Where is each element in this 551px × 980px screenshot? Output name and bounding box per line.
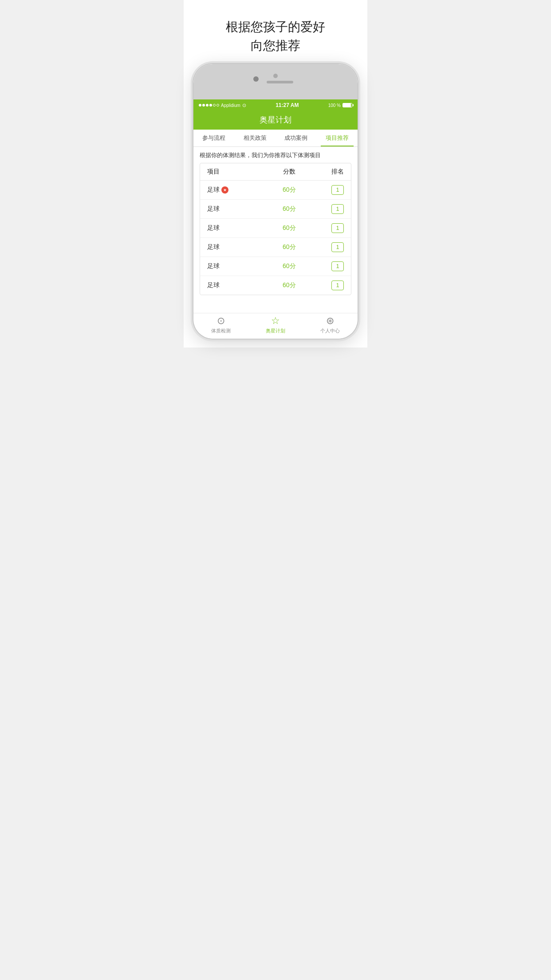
row-name-5: 足球 — [207, 281, 262, 289]
rank-badge-3: 1 — [331, 242, 344, 252]
tab-recommend[interactable]: 项目推荐 — [317, 130, 358, 146]
star-badge-0: ★ — [221, 186, 228, 194]
tab-policy[interactable]: 相关政策 — [235, 130, 276, 146]
dot1 — [199, 104, 201, 107]
tab-row: 参与流程 相关政策 成功案例 项目推荐 — [193, 130, 358, 147]
nav-bar: 奥星计划 — [193, 111, 358, 130]
status-right: 100 % — [328, 103, 352, 108]
phone-screen: Applidium ⊙ 11:27 AM 100 % 奥星计划 参与流程 相关政… — [193, 99, 358, 339]
status-left: Applidium ⊙ — [199, 103, 246, 108]
nav-title: 奥星计划 — [260, 115, 291, 124]
rank-badge-4: 1 — [331, 261, 344, 271]
table-row[interactable]: 足球 60分 1 — [200, 276, 351, 295]
battery-fill — [343, 103, 351, 107]
headline-line1: 根据您孩子的爱好 — [226, 18, 325, 36]
bottom-nav-item-profile[interactable]: ⊛ 个人中心 — [303, 316, 358, 334]
table-row[interactable]: 足球 60分 1 — [200, 219, 351, 238]
speaker — [267, 81, 293, 83]
row-name-2: 足球 — [207, 224, 262, 232]
dot4 — [209, 104, 212, 107]
row-rank-0: 1 — [316, 185, 344, 195]
camera-dot — [273, 74, 278, 78]
content-area: 根据你的体测结果，我们为你推荐以下体测项目 项目 分数 排名 足球 ★ — [193, 147, 358, 300]
intro-text: 根据你的体测结果，我们为你推荐以下体测项目 — [200, 151, 351, 159]
row-name-0: 足球 ★ — [207, 186, 262, 194]
row-score-0: 60分 — [262, 186, 316, 194]
rank-badge-2: 1 — [331, 223, 344, 233]
row-score-3: 60分 — [262, 243, 316, 251]
battery-pct: 100 % — [328, 103, 341, 108]
rank-badge-0: 1 — [331, 185, 344, 195]
wifi-icon: ⊙ — [242, 103, 246, 108]
row-rank-1: 1 — [316, 204, 344, 214]
tab-participation[interactable]: 参与流程 — [193, 130, 235, 146]
rank-badge-5: 1 — [331, 281, 344, 290]
carrier-label: Applidium — [221, 103, 240, 108]
search-icon: ⊙ — [217, 316, 225, 326]
row-score-4: 60分 — [262, 262, 316, 270]
row-rank-2: 1 — [316, 223, 344, 233]
phone-frame: Applidium ⊙ 11:27 AM 100 % 奥星计划 参与流程 相关政… — [193, 64, 358, 339]
table-row[interactable]: 足球 ★ 60分 1 — [200, 181, 351, 200]
row-name-1: 足球 — [207, 205, 262, 213]
row-name-4: 足球 — [207, 262, 262, 270]
row-rank-3: 1 — [316, 242, 344, 252]
row-score-2: 60分 — [262, 224, 316, 232]
dot5 — [213, 104, 216, 107]
rank-badge-1: 1 — [331, 204, 344, 214]
person-icon: ⊛ — [326, 316, 334, 326]
dot2 — [202, 104, 205, 107]
page-wrapper: 根据您孩子的爱好 向您推荐 — [184, 0, 367, 348]
star-icon: ☆ — [271, 316, 280, 326]
front-camera — [253, 76, 259, 82]
phone-top — [193, 64, 358, 99]
content-spacer — [193, 300, 358, 313]
table-row[interactable]: 足球 60分 1 — [200, 238, 351, 257]
bottom-nav-label-0: 体质检测 — [211, 328, 231, 334]
row-score-1: 60分 — [262, 205, 316, 213]
row-score-5: 60分 — [262, 281, 316, 289]
bottom-nav-label-2: 个人中心 — [320, 328, 340, 334]
col-header-rank: 排名 — [316, 168, 344, 176]
table-row[interactable]: 足球 60分 1 — [200, 257, 351, 276]
table-header: 项目 分数 排名 — [200, 163, 351, 181]
dot3 — [206, 104, 209, 107]
status-time: 11:27 AM — [276, 102, 299, 108]
row-rank-5: 1 — [316, 281, 344, 290]
col-header-name: 项目 — [207, 168, 262, 176]
headline-line2: 向您推荐 — [226, 36, 325, 55]
battery-icon — [342, 103, 352, 107]
row-rank-4: 1 — [316, 261, 344, 271]
dot6 — [216, 104, 219, 107]
tab-success[interactable]: 成功案例 — [276, 130, 317, 146]
bottom-nav-item-fitness[interactable]: ⊙ 体质检测 — [193, 316, 248, 334]
bottom-nav-item-plan[interactable]: ☆ 奥星计划 — [248, 316, 303, 334]
signal-dots — [199, 104, 219, 107]
bottom-nav: ⊙ 体质检测 ☆ 奥星计划 ⊛ 个人中心 — [193, 313, 358, 339]
row-name-3: 足球 — [207, 243, 262, 251]
col-header-score: 分数 — [262, 168, 316, 176]
headline: 根据您孩子的爱好 向您推荐 — [217, 0, 334, 64]
bottom-nav-label-1: 奥星计划 — [266, 328, 285, 334]
status-bar: Applidium ⊙ 11:27 AM 100 % — [193, 99, 358, 111]
table-row[interactable]: 足球 60分 1 — [200, 200, 351, 219]
recommendation-table: 项目 分数 排名 足球 ★ 60分 1 — [200, 163, 351, 295]
